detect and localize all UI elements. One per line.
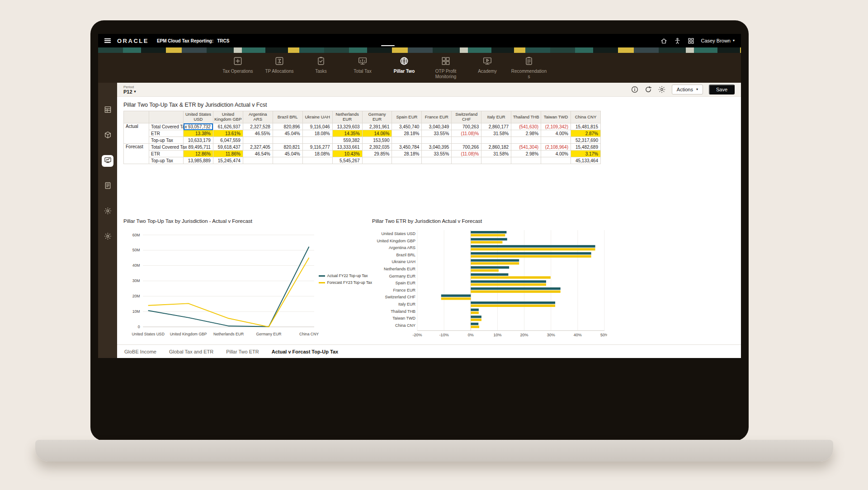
grid-cell[interactable]: 89,495,711 (184, 144, 213, 151)
grid-cell[interactable] (243, 157, 273, 164)
grid-cell[interactable] (243, 137, 273, 144)
grid-cell[interactable]: 2.98% (511, 130, 541, 137)
grid-cell[interactable]: 13,329,603 (332, 123, 362, 130)
nav-item-otp-profit-monitoring[interactable]: OTP Profit Monitoring (428, 56, 464, 83)
grid-cell[interactable]: (2,109,342) (541, 123, 571, 130)
sidebar-item-table[interactable] (102, 104, 113, 116)
grid-cell[interactable]: 11.86% (213, 151, 243, 157)
grid-cell[interactable]: 153,590 (362, 137, 392, 144)
grid-cell[interactable]: 820,896 (273, 123, 302, 130)
grid-cell[interactable]: 5,545,267 (332, 157, 362, 164)
grid-cell[interactable]: 2,327,528 (243, 123, 273, 130)
nav-item-recommendations[interactable]: Recommendations (511, 56, 547, 83)
info-icon[interactable] (631, 86, 639, 94)
tab-global-tax-and-etr[interactable]: Global Tax and ETR (169, 349, 213, 354)
menu-icon[interactable] (104, 38, 111, 43)
grid-cell[interactable]: 46.54% (243, 151, 273, 157)
nav-item-total-tax[interactable]: Total Tax (344, 56, 381, 83)
grid-cell[interactable]: 3.17% (571, 151, 600, 157)
grid-cell[interactable] (392, 137, 422, 144)
grid-cell[interactable]: 3,450,740 (392, 123, 422, 130)
grid-cell[interactable]: 6,047,559 (213, 137, 243, 144)
grid-cell[interactable]: 559,382 (332, 137, 362, 144)
grid-cell[interactable] (541, 157, 571, 164)
grid-cell[interactable]: 2,392,035 (362, 144, 392, 151)
nav-item-academy[interactable]: Academy (469, 56, 505, 83)
grid-cell[interactable] (422, 137, 452, 144)
grid-cell[interactable]: 59,618,437 (213, 144, 243, 151)
grid-cell[interactable]: 15,245,474 (213, 157, 243, 164)
grid-cell[interactable]: 4.00% (541, 130, 571, 137)
grid-cell[interactable]: (541,304) (511, 144, 541, 151)
grid-cell[interactable] (452, 157, 481, 164)
grid-cell[interactable] (362, 157, 392, 164)
grid-cell[interactable] (452, 137, 481, 144)
grid-cell[interactable]: 13,333,661 (332, 144, 362, 151)
grid-cell[interactable] (511, 157, 541, 164)
sidebar-item-configuration[interactable] (102, 231, 113, 243)
sidebar-item-settings[interactable] (102, 206, 113, 217)
grid-cell[interactable]: 2,860,182 (481, 144, 511, 151)
grid-cell[interactable] (481, 137, 511, 144)
grid-cell[interactable]: 820,821 (273, 144, 302, 151)
grid-cell[interactable]: 15,481,815 (571, 123, 600, 130)
tab-actual-v-forcast-top-up-tax[interactable]: Actual v Forcast Top-Up Tax (272, 349, 339, 354)
grid-cell[interactable]: 14.06% (362, 130, 392, 137)
nav-item-tp-allocations[interactable]: TP Allocations (261, 56, 297, 83)
grid-cell[interactable]: 2,391,961 (362, 123, 392, 130)
actions-button[interactable]: Actions▾ (672, 85, 703, 94)
tab-pillar-two-etr[interactable]: Pillar Two ETR (226, 349, 259, 354)
grid-cell[interactable]: 13,985,889 (184, 157, 213, 164)
grid-cell[interactable]: 3,450,784 (392, 144, 422, 151)
grid-cell[interactable]: 9,116,277 (302, 144, 332, 151)
grid-cell[interactable]: 2.87% (571, 130, 600, 137)
grid-cell[interactable]: 33.55% (422, 130, 452, 137)
sidebar-item-document[interactable] (102, 180, 113, 192)
grid-cell[interactable]: 45.04% (273, 151, 302, 157)
grid-cell[interactable]: 28.18% (392, 130, 422, 137)
grid-cell[interactable] (302, 137, 332, 144)
sidebar-item-cube[interactable] (102, 130, 113, 141)
grid-cell[interactable] (273, 137, 302, 144)
grid-cell[interactable]: 45,133,464 (571, 157, 600, 164)
grid-cell[interactable]: 18.08% (302, 130, 332, 137)
grid-cell[interactable] (302, 157, 332, 164)
sidebar-item-dashboard[interactable] (102, 155, 113, 167)
grid-cell[interactable]: (11.08)% (452, 130, 481, 137)
grid-cell[interactable]: 13.61% (213, 130, 243, 137)
grid-cell[interactable]: 46.55% (243, 130, 273, 137)
grid-cell[interactable]: (11.08)% (452, 151, 481, 157)
grid-cell[interactable] (511, 137, 541, 144)
nav-item-tasks[interactable]: Tasks (303, 56, 339, 83)
grid-cell[interactable] (481, 157, 511, 164)
user-menu[interactable]: Casey Brown▾ (701, 38, 735, 43)
grid-cell[interactable]: 15,482,689 (571, 144, 600, 151)
grid-cell[interactable]: 33.55% (422, 151, 452, 157)
period-selector[interactable]: Period P12▾ (123, 85, 136, 94)
grid-cell[interactable]: 29.85% (362, 151, 392, 157)
grid-cell[interactable]: 10.43% (332, 151, 362, 157)
apps-grid-icon[interactable] (688, 37, 695, 44)
grid-cell[interactable]: 28.18% (392, 151, 422, 157)
grid-cell[interactable]: 3,040,349 (422, 123, 452, 130)
tab-globe-income[interactable]: GloBE Income (124, 349, 156, 354)
save-button[interactable]: Save (709, 85, 735, 94)
home-icon[interactable] (660, 37, 668, 44)
grid-cell[interactable]: 4.00% (541, 151, 571, 157)
grid-cell[interactable]: 2.98% (511, 151, 541, 157)
grid-cell[interactable]: 52,317,690 (571, 137, 600, 144)
grid-cell[interactable]: (2,108,964) (541, 144, 571, 151)
grid-cell[interactable]: 93,057,732 (184, 123, 213, 130)
grid-cell[interactable]: 31.58% (481, 151, 511, 157)
grid-cell[interactable] (422, 157, 452, 164)
grid-cell[interactable]: 13.38% (184, 130, 213, 137)
grid-cell[interactable]: 10,633,179 (184, 137, 213, 144)
grid-cell[interactable]: 700,266 (452, 144, 481, 151)
grid-cell[interactable] (541, 137, 571, 144)
grid-cell[interactable]: 2,327,405 (243, 144, 273, 151)
gear-icon[interactable] (658, 86, 666, 94)
grid-cell[interactable]: 3,040,395 (422, 144, 452, 151)
grid-cell[interactable]: 700,263 (452, 123, 481, 130)
grid-cell[interactable]: (541,630) (511, 123, 541, 130)
grid-cell[interactable]: 61,626,937 (213, 123, 243, 130)
